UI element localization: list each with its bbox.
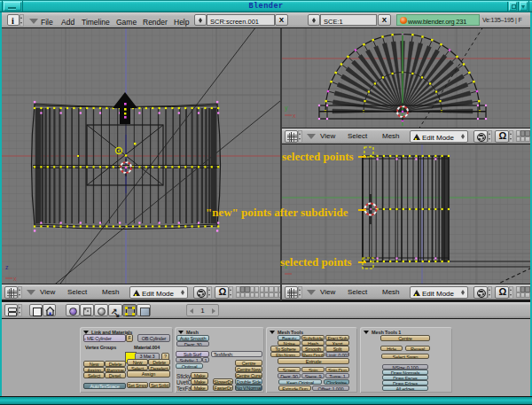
svg-text:x: x	[293, 113, 296, 119]
svg-text:x: x	[13, 276, 17, 282]
svg-text:y: y	[285, 105, 288, 112]
svg-text:z: z	[5, 264, 9, 270]
